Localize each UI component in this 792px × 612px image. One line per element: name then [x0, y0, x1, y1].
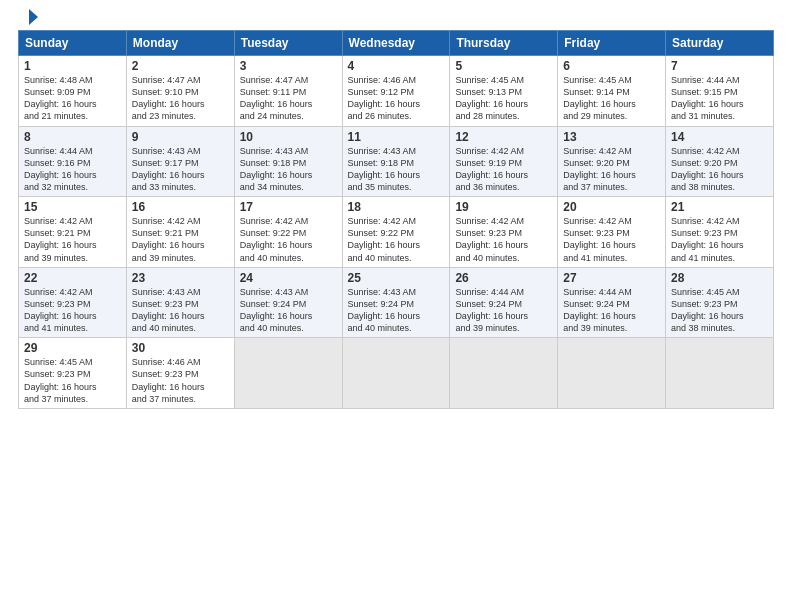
day-number: 15: [24, 200, 121, 214]
calendar-table: SundayMondayTuesdayWednesdayThursdayFrid…: [18, 30, 774, 409]
day-info: Sunrise: 4:46 AMSunset: 9:12 PMDaylight:…: [348, 74, 445, 123]
day-info: Sunrise: 4:46 AMSunset: 9:23 PMDaylight:…: [132, 356, 229, 405]
day-number: 30: [132, 341, 229, 355]
svg-marker-0: [29, 9, 38, 25]
day-number: 12: [455, 130, 552, 144]
calendar-cell: [666, 338, 774, 409]
calendar-cell: 13Sunrise: 4:42 AMSunset: 9:20 PMDayligh…: [558, 126, 666, 197]
calendar-cell: [450, 338, 558, 409]
day-number: 23: [132, 271, 229, 285]
day-info: Sunrise: 4:42 AMSunset: 9:20 PMDaylight:…: [671, 145, 768, 194]
calendar-week-row-4: 22Sunrise: 4:42 AMSunset: 9:23 PMDayligh…: [19, 267, 774, 338]
day-info: Sunrise: 4:42 AMSunset: 9:22 PMDaylight:…: [240, 215, 337, 264]
day-number: 26: [455, 271, 552, 285]
weekday-header-wednesday: Wednesday: [342, 31, 450, 56]
day-number: 17: [240, 200, 337, 214]
day-number: 28: [671, 271, 768, 285]
day-info: Sunrise: 4:47 AMSunset: 9:10 PMDaylight:…: [132, 74, 229, 123]
day-number: 5: [455, 59, 552, 73]
weekday-header-friday: Friday: [558, 31, 666, 56]
day-number: 9: [132, 130, 229, 144]
calendar-cell: 9Sunrise: 4:43 AMSunset: 9:17 PMDaylight…: [126, 126, 234, 197]
weekday-header-thursday: Thursday: [450, 31, 558, 56]
calendar-cell: 23Sunrise: 4:43 AMSunset: 9:23 PMDayligh…: [126, 267, 234, 338]
day-info: Sunrise: 4:44 AMSunset: 9:24 PMDaylight:…: [455, 286, 552, 335]
calendar-cell: 7Sunrise: 4:44 AMSunset: 9:15 PMDaylight…: [666, 56, 774, 127]
calendar-cell: 1Sunrise: 4:48 AMSunset: 9:09 PMDaylight…: [19, 56, 127, 127]
day-number: 13: [563, 130, 660, 144]
day-info: Sunrise: 4:42 AMSunset: 9:23 PMDaylight:…: [671, 215, 768, 264]
calendar-week-row-5: 29Sunrise: 4:45 AMSunset: 9:23 PMDayligh…: [19, 338, 774, 409]
day-number: 22: [24, 271, 121, 285]
calendar-cell: 24Sunrise: 4:43 AMSunset: 9:24 PMDayligh…: [234, 267, 342, 338]
calendar-cell: 2Sunrise: 4:47 AMSunset: 9:10 PMDaylight…: [126, 56, 234, 127]
day-number: 16: [132, 200, 229, 214]
day-info: Sunrise: 4:42 AMSunset: 9:20 PMDaylight:…: [563, 145, 660, 194]
calendar-cell: 18Sunrise: 4:42 AMSunset: 9:22 PMDayligh…: [342, 197, 450, 268]
day-number: 20: [563, 200, 660, 214]
calendar-cell: 28Sunrise: 4:45 AMSunset: 9:23 PMDayligh…: [666, 267, 774, 338]
day-info: Sunrise: 4:44 AMSunset: 9:16 PMDaylight:…: [24, 145, 121, 194]
calendar-cell: 11Sunrise: 4:43 AMSunset: 9:18 PMDayligh…: [342, 126, 450, 197]
day-info: Sunrise: 4:45 AMSunset: 9:23 PMDaylight:…: [24, 356, 121, 405]
day-number: 7: [671, 59, 768, 73]
day-info: Sunrise: 4:43 AMSunset: 9:17 PMDaylight:…: [132, 145, 229, 194]
day-info: Sunrise: 4:44 AMSunset: 9:15 PMDaylight:…: [671, 74, 768, 123]
day-info: Sunrise: 4:43 AMSunset: 9:18 PMDaylight:…: [348, 145, 445, 194]
day-info: Sunrise: 4:42 AMSunset: 9:22 PMDaylight:…: [348, 215, 445, 264]
calendar-week-row-3: 15Sunrise: 4:42 AMSunset: 9:21 PMDayligh…: [19, 197, 774, 268]
calendar-cell: [234, 338, 342, 409]
day-number: 25: [348, 271, 445, 285]
calendar-cell: 15Sunrise: 4:42 AMSunset: 9:21 PMDayligh…: [19, 197, 127, 268]
calendar-cell: 19Sunrise: 4:42 AMSunset: 9:23 PMDayligh…: [450, 197, 558, 268]
calendar-cell: 5Sunrise: 4:45 AMSunset: 9:13 PMDaylight…: [450, 56, 558, 127]
day-number: 4: [348, 59, 445, 73]
calendar-cell: 21Sunrise: 4:42 AMSunset: 9:23 PMDayligh…: [666, 197, 774, 268]
day-info: Sunrise: 4:42 AMSunset: 9:19 PMDaylight:…: [455, 145, 552, 194]
calendar-cell: 26Sunrise: 4:44 AMSunset: 9:24 PMDayligh…: [450, 267, 558, 338]
day-number: 2: [132, 59, 229, 73]
day-info: Sunrise: 4:45 AMSunset: 9:13 PMDaylight:…: [455, 74, 552, 123]
calendar-cell: [558, 338, 666, 409]
calendar-cell: 4Sunrise: 4:46 AMSunset: 9:12 PMDaylight…: [342, 56, 450, 127]
day-number: 8: [24, 130, 121, 144]
calendar-cell: 12Sunrise: 4:42 AMSunset: 9:19 PMDayligh…: [450, 126, 558, 197]
calendar-cell: 14Sunrise: 4:42 AMSunset: 9:20 PMDayligh…: [666, 126, 774, 197]
calendar-cell: 22Sunrise: 4:42 AMSunset: 9:23 PMDayligh…: [19, 267, 127, 338]
day-info: Sunrise: 4:42 AMSunset: 9:23 PMDaylight:…: [24, 286, 121, 335]
day-number: 11: [348, 130, 445, 144]
day-info: Sunrise: 4:48 AMSunset: 9:09 PMDaylight:…: [24, 74, 121, 123]
day-number: 6: [563, 59, 660, 73]
calendar-cell: 25Sunrise: 4:43 AMSunset: 9:24 PMDayligh…: [342, 267, 450, 338]
calendar-week-row-2: 8Sunrise: 4:44 AMSunset: 9:16 PMDaylight…: [19, 126, 774, 197]
day-number: 24: [240, 271, 337, 285]
page: SundayMondayTuesdayWednesdayThursdayFrid…: [0, 0, 792, 612]
day-number: 19: [455, 200, 552, 214]
logo: [18, 10, 38, 26]
day-number: 18: [348, 200, 445, 214]
day-number: 1: [24, 59, 121, 73]
calendar-cell: 10Sunrise: 4:43 AMSunset: 9:18 PMDayligh…: [234, 126, 342, 197]
weekday-header-saturday: Saturday: [666, 31, 774, 56]
day-number: 14: [671, 130, 768, 144]
weekday-header-tuesday: Tuesday: [234, 31, 342, 56]
day-number: 29: [24, 341, 121, 355]
calendar-cell: 16Sunrise: 4:42 AMSunset: 9:21 PMDayligh…: [126, 197, 234, 268]
day-info: Sunrise: 4:42 AMSunset: 9:23 PMDaylight:…: [563, 215, 660, 264]
day-info: Sunrise: 4:42 AMSunset: 9:21 PMDaylight:…: [24, 215, 121, 264]
logo-flag-icon: [20, 8, 38, 26]
day-number: 10: [240, 130, 337, 144]
day-number: 21: [671, 200, 768, 214]
calendar-cell: 17Sunrise: 4:42 AMSunset: 9:22 PMDayligh…: [234, 197, 342, 268]
day-info: Sunrise: 4:42 AMSunset: 9:23 PMDaylight:…: [455, 215, 552, 264]
day-info: Sunrise: 4:43 AMSunset: 9:24 PMDaylight:…: [348, 286, 445, 335]
day-info: Sunrise: 4:45 AMSunset: 9:14 PMDaylight:…: [563, 74, 660, 123]
calendar-cell: 6Sunrise: 4:45 AMSunset: 9:14 PMDaylight…: [558, 56, 666, 127]
weekday-header-sunday: Sunday: [19, 31, 127, 56]
calendar-cell: 8Sunrise: 4:44 AMSunset: 9:16 PMDaylight…: [19, 126, 127, 197]
day-info: Sunrise: 4:42 AMSunset: 9:21 PMDaylight:…: [132, 215, 229, 264]
calendar-cell: [342, 338, 450, 409]
weekday-header-row: SundayMondayTuesdayWednesdayThursdayFrid…: [19, 31, 774, 56]
day-info: Sunrise: 4:45 AMSunset: 9:23 PMDaylight:…: [671, 286, 768, 335]
calendar-cell: 30Sunrise: 4:46 AMSunset: 9:23 PMDayligh…: [126, 338, 234, 409]
